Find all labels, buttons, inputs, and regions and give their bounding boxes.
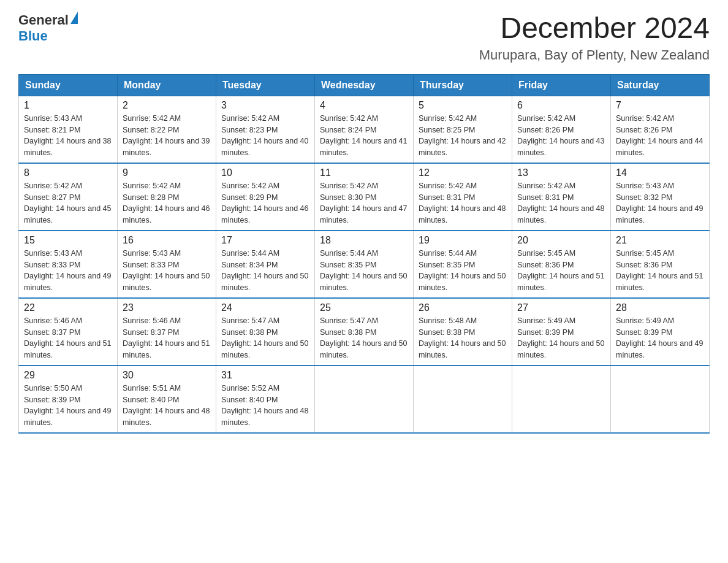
logo-triangle-icon xyxy=(70,12,78,24)
calendar-cell: 9 Sunrise: 5:42 AMSunset: 8:28 PMDayligh… xyxy=(118,163,216,231)
calendar-table: SundayMondayTuesdayWednesdayThursdayFrid… xyxy=(18,74,710,434)
day-info: Sunrise: 5:42 AMSunset: 8:22 PMDaylight:… xyxy=(123,114,210,157)
logo-blue-text: Blue xyxy=(18,28,48,44)
header-day-thursday: Thursday xyxy=(414,74,512,96)
day-number: 23 xyxy=(123,302,211,313)
day-number: 14 xyxy=(616,167,704,178)
day-number: 16 xyxy=(123,235,211,246)
calendar-cell: 8 Sunrise: 5:42 AMSunset: 8:27 PMDayligh… xyxy=(19,163,118,231)
logo: General Blue xyxy=(18,12,78,44)
day-number: 20 xyxy=(517,235,605,246)
day-info: Sunrise: 5:47 AMSunset: 8:38 PMDaylight:… xyxy=(320,316,407,359)
day-info: Sunrise: 5:49 AMSunset: 8:39 PMDaylight:… xyxy=(616,316,703,359)
calendar-cell: 2 Sunrise: 5:42 AMSunset: 8:22 PMDayligh… xyxy=(118,96,216,163)
calendar-cell: 18 Sunrise: 5:44 AMSunset: 8:35 PMDaylig… xyxy=(315,231,414,298)
page-title: December 2024 xyxy=(479,12,710,45)
page-header: General Blue December 2024 Murupara, Bay… xyxy=(18,12,710,63)
day-info: Sunrise: 5:42 AMSunset: 8:29 PMDaylight:… xyxy=(221,182,308,224)
day-info: Sunrise: 5:46 AMSunset: 8:37 PMDaylight:… xyxy=(123,316,210,359)
day-number: 11 xyxy=(320,167,408,178)
calendar-cell: 24 Sunrise: 5:47 AMSunset: 8:38 PMDaylig… xyxy=(216,298,315,366)
header-day-saturday: Saturday xyxy=(611,74,710,96)
calendar-cell: 10 Sunrise: 5:42 AMSunset: 8:29 PMDaylig… xyxy=(216,163,315,231)
day-info: Sunrise: 5:43 AMSunset: 8:32 PMDaylight:… xyxy=(616,182,703,224)
day-info: Sunrise: 5:42 AMSunset: 8:25 PMDaylight:… xyxy=(419,114,506,157)
header-day-sunday: Sunday xyxy=(19,74,118,96)
calendar-cell: 26 Sunrise: 5:48 AMSunset: 8:38 PMDaylig… xyxy=(414,298,512,366)
calendar-cell: 31 Sunrise: 5:52 AMSunset: 8:40 PMDaylig… xyxy=(216,366,315,433)
day-info: Sunrise: 5:42 AMSunset: 8:24 PMDaylight:… xyxy=(320,114,407,157)
day-info: Sunrise: 5:44 AMSunset: 8:35 PMDaylight:… xyxy=(419,249,506,292)
calendar-cell: 22 Sunrise: 5:46 AMSunset: 8:37 PMDaylig… xyxy=(19,298,118,366)
day-info: Sunrise: 5:44 AMSunset: 8:34 PMDaylight:… xyxy=(221,249,308,292)
day-number: 25 xyxy=(320,302,408,313)
week-row-4: 22 Sunrise: 5:46 AMSunset: 8:37 PMDaylig… xyxy=(19,298,710,366)
calendar-cell: 23 Sunrise: 5:46 AMSunset: 8:37 PMDaylig… xyxy=(118,298,216,366)
calendar-cell: 5 Sunrise: 5:42 AMSunset: 8:25 PMDayligh… xyxy=(414,96,512,163)
day-info: Sunrise: 5:42 AMSunset: 8:27 PMDaylight:… xyxy=(24,182,111,224)
week-row-2: 8 Sunrise: 5:42 AMSunset: 8:27 PMDayligh… xyxy=(19,163,710,231)
day-number: 26 xyxy=(419,302,507,313)
calendar-cell: 19 Sunrise: 5:44 AMSunset: 8:35 PMDaylig… xyxy=(414,231,512,298)
calendar-cell: 21 Sunrise: 5:45 AMSunset: 8:36 PMDaylig… xyxy=(611,231,710,298)
day-number: 19 xyxy=(419,235,507,246)
calendar-cell: 16 Sunrise: 5:43 AMSunset: 8:33 PMDaylig… xyxy=(118,231,216,298)
day-info: Sunrise: 5:42 AMSunset: 8:28 PMDaylight:… xyxy=(123,182,210,224)
day-info: Sunrise: 5:46 AMSunset: 8:37 PMDaylight:… xyxy=(24,316,111,359)
day-number: 3 xyxy=(221,100,309,111)
header-day-wednesday: Wednesday xyxy=(315,74,414,96)
day-number: 2 xyxy=(123,100,211,111)
day-number: 18 xyxy=(320,235,408,246)
calendar-cell: 30 Sunrise: 5:51 AMSunset: 8:40 PMDaylig… xyxy=(118,366,216,433)
day-info: Sunrise: 5:42 AMSunset: 8:31 PMDaylight:… xyxy=(419,182,506,224)
day-number: 24 xyxy=(221,302,309,313)
day-info: Sunrise: 5:43 AMSunset: 8:33 PMDaylight:… xyxy=(123,249,210,292)
day-info: Sunrise: 5:43 AMSunset: 8:21 PMDaylight:… xyxy=(24,114,111,157)
calendar-cell xyxy=(611,366,710,433)
day-number: 15 xyxy=(24,235,112,246)
calendar-cell xyxy=(512,366,611,433)
header-day-tuesday: Tuesday xyxy=(216,74,315,96)
calendar-body: 1 Sunrise: 5:43 AMSunset: 8:21 PMDayligh… xyxy=(19,96,710,433)
day-number: 6 xyxy=(517,100,605,111)
calendar-cell: 3 Sunrise: 5:42 AMSunset: 8:23 PMDayligh… xyxy=(216,96,315,163)
day-number: 4 xyxy=(320,100,408,111)
calendar-cell xyxy=(414,366,512,433)
day-info: Sunrise: 5:42 AMSunset: 8:23 PMDaylight:… xyxy=(221,114,308,157)
calendar-cell: 25 Sunrise: 5:47 AMSunset: 8:38 PMDaylig… xyxy=(315,298,414,366)
day-number: 30 xyxy=(123,370,211,381)
page-subtitle: Murupara, Bay of Plenty, New Zealand xyxy=(479,47,710,63)
day-number: 8 xyxy=(24,167,112,178)
day-info: Sunrise: 5:42 AMSunset: 8:26 PMDaylight:… xyxy=(517,114,604,157)
header-day-monday: Monday xyxy=(118,74,216,96)
day-number: 27 xyxy=(517,302,605,313)
day-number: 10 xyxy=(221,167,309,178)
calendar-cell: 14 Sunrise: 5:43 AMSunset: 8:32 PMDaylig… xyxy=(611,163,710,231)
day-info: Sunrise: 5:44 AMSunset: 8:35 PMDaylight:… xyxy=(320,249,407,292)
day-number: 21 xyxy=(616,235,704,246)
day-number: 17 xyxy=(221,235,309,246)
header-row: SundayMondayTuesdayWednesdayThursdayFrid… xyxy=(19,74,710,96)
calendar-cell: 13 Sunrise: 5:42 AMSunset: 8:31 PMDaylig… xyxy=(512,163,611,231)
calendar-cell: 20 Sunrise: 5:45 AMSunset: 8:36 PMDaylig… xyxy=(512,231,611,298)
calendar-cell: 29 Sunrise: 5:50 AMSunset: 8:39 PMDaylig… xyxy=(19,366,118,433)
calendar-cell: 11 Sunrise: 5:42 AMSunset: 8:30 PMDaylig… xyxy=(315,163,414,231)
header-day-friday: Friday xyxy=(512,74,611,96)
day-number: 12 xyxy=(419,167,507,178)
day-info: Sunrise: 5:45 AMSunset: 8:36 PMDaylight:… xyxy=(616,249,703,292)
day-info: Sunrise: 5:42 AMSunset: 8:26 PMDaylight:… xyxy=(616,114,703,157)
day-info: Sunrise: 5:45 AMSunset: 8:36 PMDaylight:… xyxy=(517,249,604,292)
week-row-5: 29 Sunrise: 5:50 AMSunset: 8:39 PMDaylig… xyxy=(19,366,710,433)
day-number: 29 xyxy=(24,370,112,381)
week-row-3: 15 Sunrise: 5:43 AMSunset: 8:33 PMDaylig… xyxy=(19,231,710,298)
day-info: Sunrise: 5:43 AMSunset: 8:33 PMDaylight:… xyxy=(24,249,111,292)
week-row-1: 1 Sunrise: 5:43 AMSunset: 8:21 PMDayligh… xyxy=(19,96,710,163)
day-number: 13 xyxy=(517,167,605,178)
calendar-cell: 4 Sunrise: 5:42 AMSunset: 8:24 PMDayligh… xyxy=(315,96,414,163)
calendar-cell: 28 Sunrise: 5:49 AMSunset: 8:39 PMDaylig… xyxy=(611,298,710,366)
calendar-cell: 27 Sunrise: 5:49 AMSunset: 8:39 PMDaylig… xyxy=(512,298,611,366)
day-number: 7 xyxy=(616,100,704,111)
day-info: Sunrise: 5:52 AMSunset: 8:40 PMDaylight:… xyxy=(221,384,308,427)
logo-general-text: General xyxy=(18,12,69,28)
calendar-cell xyxy=(315,366,414,433)
